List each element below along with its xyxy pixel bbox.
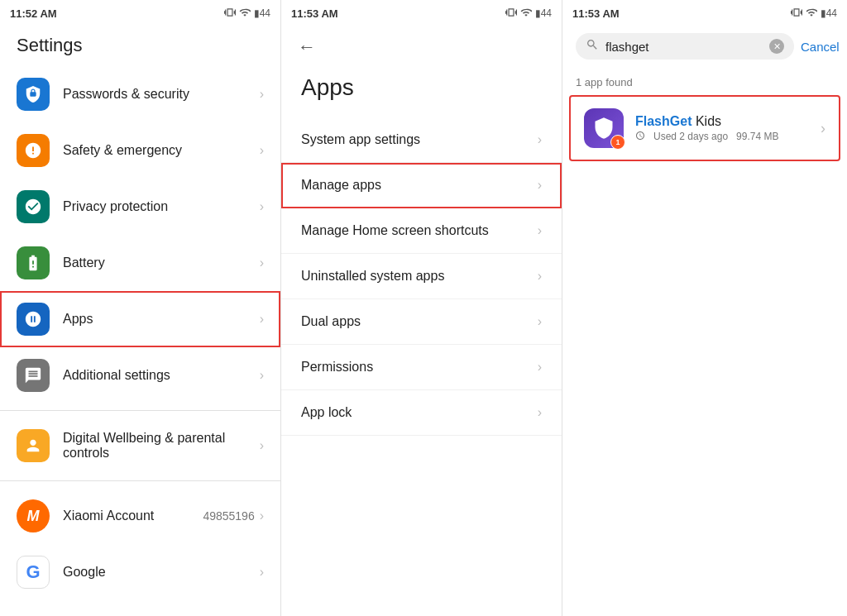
battery-chevron: › (260, 255, 264, 270)
system-app-settings-label: System app settings (301, 132, 538, 147)
apps-nav-list: System app settings › Manage apps › Mana… (281, 117, 562, 436)
additional-label: Additional settings (63, 368, 260, 383)
wellbeing-icon (17, 429, 50, 462)
menu-item-wellbeing[interactable]: Digital Wellbeing & parental controls › (0, 418, 280, 474)
back-button[interactable]: ← (281, 26, 562, 61)
menu-item-google[interactable]: G Google › (0, 544, 280, 600)
xiaomi-chevron: › (260, 509, 264, 523)
privacy-chevron: › (260, 199, 264, 214)
battery-icon-r: ▮44 (821, 7, 837, 19)
divider-1 (0, 410, 280, 411)
menu-item-battery[interactable]: Battery › (0, 235, 280, 291)
manage-apps-label: Manage apps (301, 178, 538, 193)
nav-uninstalled-system-apps[interactable]: Uninstalled system apps › (281, 254, 562, 299)
xiaomi-value: 49855196 (203, 509, 254, 523)
battery-icon-m: ▮44 (535, 7, 552, 19)
app-used-label: Used 2 days ago (653, 131, 728, 142)
safety-label: Safety & emergency (63, 143, 260, 158)
app-name-highlight: FlashGet (635, 114, 691, 128)
apps-label: Apps (63, 312, 260, 327)
time-right: 11:53 AM (572, 7, 620, 20)
app-size-label: 99.74 MB (736, 131, 778, 142)
search-clear-button[interactable]: ✕ (769, 39, 784, 54)
google-chevron: › (260, 565, 264, 580)
flashget-app-icon: 1 (584, 108, 624, 148)
privacy-label: Privacy protection (63, 199, 260, 214)
status-icons-right: ▮44 (791, 7, 837, 21)
apps-panel: 11:53 AM ▮44 ← Apps System app settings … (281, 0, 562, 616)
safety-chevron: › (260, 143, 264, 158)
manage-home-screen-chevron: › (538, 223, 542, 238)
nav-dual-apps[interactable]: Dual apps › (281, 299, 562, 345)
menu-item-additional[interactable]: Additional settings › (0, 347, 280, 404)
additional-icon (17, 359, 50, 392)
search-input[interactable] (605, 40, 763, 54)
manage-home-screen-label: Manage Home screen shortcuts (301, 223, 538, 238)
battery-menu-icon (17, 246, 50, 279)
apps-chevron: › (260, 312, 264, 327)
vibrate-icon-m (505, 7, 517, 21)
wifi-icon-r (806, 7, 817, 21)
wellbeing-chevron: › (260, 438, 264, 453)
menu-item-apps[interactable]: Apps › (0, 291, 280, 347)
manage-apps-chevron: › (538, 178, 542, 193)
nav-manage-apps[interactable]: Manage apps › (281, 163, 562, 208)
menu-item-xiaomi[interactable]: M Xiaomi Account 49855196 › (0, 488, 280, 544)
system-app-chevron: › (538, 132, 542, 147)
wellbeing-label: Digital Wellbeing & parental controls (63, 431, 260, 461)
passwords-chevron: › (260, 87, 264, 102)
app-info: FlashGet Kids Used 2 days ago 99.74 MB (635, 114, 821, 143)
app-result-chevron: › (821, 120, 825, 137)
apps-panel-title: Apps (281, 61, 562, 117)
app-lock-label: App lock (301, 405, 538, 420)
uninstalled-system-apps-chevron: › (538, 269, 542, 284)
time-left: 11:52 AM (10, 7, 57, 20)
dual-apps-label: Dual apps (301, 314, 538, 329)
app-lock-chevron: › (538, 405, 542, 420)
google-icon: G (17, 556, 50, 589)
permissions-label: Permissions (301, 360, 538, 375)
status-icons-left: ▮44 (224, 7, 270, 21)
wifi-icon (239, 7, 251, 21)
cancel-button[interactable]: Cancel (801, 36, 840, 57)
status-icons-middle: ▮44 (505, 7, 552, 21)
menu-item-passwords[interactable]: Passwords & security › (0, 66, 280, 122)
time-middle: 11:53 AM (291, 7, 338, 20)
status-bar-middle: 11:53 AM ▮44 (281, 0, 562, 26)
menu-item-privacy[interactable]: Privacy protection › (0, 179, 280, 235)
dual-apps-chevron: › (538, 314, 542, 329)
passwords-label: Passwords & security (63, 87, 260, 102)
apps-icon (17, 303, 50, 336)
google-label: Google (63, 565, 260, 580)
battery-label: Battery (63, 255, 260, 270)
result-count: 1 app found (562, 66, 847, 95)
status-bar-left: 11:52 AM ▮44 (0, 0, 280, 26)
uninstalled-system-apps-label: Uninstalled system apps (301, 269, 538, 284)
vibrate-icon-r (791, 7, 802, 21)
search-input-wrap[interactable]: ✕ (576, 33, 794, 60)
search-panel: 11:53 AM ▮44 ✕ Cancel 1 (562, 0, 847, 616)
divider-2 (0, 480, 280, 481)
wifi-icon-m (520, 7, 532, 21)
status-bar-right: 11:53 AM ▮44 (562, 0, 847, 26)
settings-menu: Passwords & security › Safety & emergenc… (0, 66, 280, 404)
app-meta: Used 2 days ago 99.74 MB (635, 131, 821, 143)
app-name: FlashGet Kids (635, 114, 821, 129)
menu-item-safety[interactable]: Safety & emergency › (0, 122, 280, 179)
app-result-item[interactable]: 1 FlashGet Kids Used 2 days ago 99.74 MB… (569, 95, 840, 161)
safety-icon (17, 134, 50, 167)
app-name-suffix: Kids (691, 114, 721, 128)
search-magnifier-icon (586, 38, 599, 55)
xiaomi-label: Xiaomi Account (63, 509, 203, 523)
clock-icon (635, 131, 645, 143)
passwords-icon (17, 78, 50, 111)
nav-app-lock[interactable]: App lock › (281, 390, 562, 436)
nav-manage-home-screen[interactable]: Manage Home screen shortcuts › (281, 208, 562, 254)
nav-system-app-settings[interactable]: System app settings › (281, 117, 562, 163)
privacy-icon (17, 190, 50, 223)
settings-title: Settings (0, 26, 280, 66)
app-icon-badge: 1 (610, 135, 625, 150)
nav-permissions[interactable]: Permissions › (281, 345, 562, 390)
permissions-chevron: › (538, 360, 542, 375)
xiaomi-icon: M (17, 499, 50, 532)
